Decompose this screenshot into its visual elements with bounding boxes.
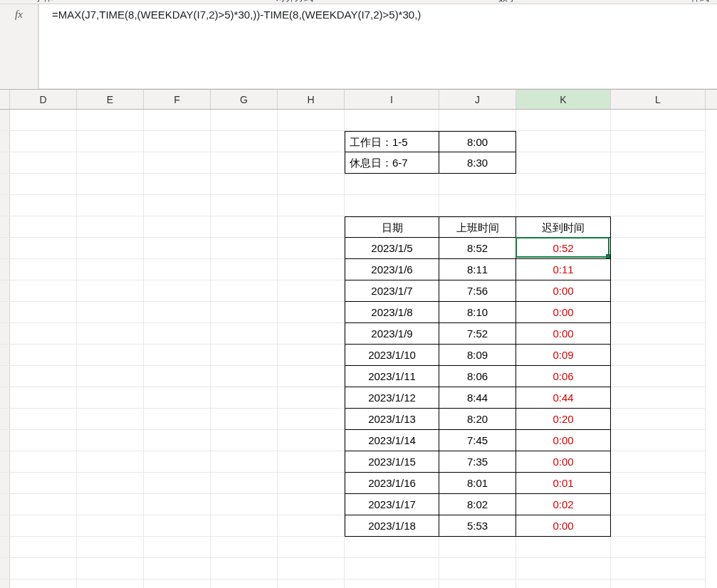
cell-H11[interactable]	[278, 323, 345, 345]
cell-D15[interactable]	[10, 409, 77, 430]
cell-G22[interactable]	[211, 558, 278, 579]
cell-D1[interactable]	[10, 110, 77, 131]
cell-K20[interactable]: 0:00	[516, 515, 611, 537]
cell-D21[interactable]	[10, 537, 77, 558]
cell-J21[interactable]	[439, 537, 516, 558]
cell-E16[interactable]	[77, 430, 144, 451]
cell-E4[interactable]	[77, 174, 144, 195]
cell-E11[interactable]	[77, 323, 144, 345]
cell-D8[interactable]	[10, 259, 77, 280]
cell-J5[interactable]	[439, 195, 516, 216]
cell-H13[interactable]	[278, 366, 345, 387]
cell-K10[interactable]: 0:00	[516, 302, 611, 323]
cell-F6[interactable]	[144, 216, 211, 238]
cell-F1[interactable]	[144, 110, 211, 131]
row-header-4[interactable]	[0, 174, 10, 195]
cell-I7[interactable]: 2023/1/5	[345, 238, 439, 259]
cell-K6[interactable]: 迟到时间	[516, 216, 611, 238]
cell-I21[interactable]	[345, 537, 439, 558]
cell-J12[interactable]: 8:09	[439, 345, 516, 366]
cell-L16[interactable]	[611, 430, 706, 451]
row-header-13[interactable]	[0, 366, 10, 387]
row-header-11[interactable]	[0, 323, 10, 345]
cell-J2[interactable]: 8:00	[439, 131, 516, 152]
cell-H8[interactable]	[278, 259, 345, 280]
fx-icon[interactable]: fx	[0, 4, 38, 89]
cell-K22[interactable]	[516, 558, 611, 579]
row-header-18[interactable]	[0, 473, 10, 494]
cell-K2[interactable]	[516, 131, 611, 152]
cell-G17[interactable]	[211, 451, 278, 473]
cell-H19[interactable]	[278, 494, 345, 515]
cell-F22[interactable]	[144, 558, 211, 579]
cell-K19[interactable]: 0:02	[516, 494, 611, 515]
row-header-20[interactable]	[0, 515, 10, 537]
cell-F11[interactable]	[144, 323, 211, 345]
cell-L22[interactable]	[611, 558, 706, 579]
cell-I5[interactable]	[345, 195, 439, 216]
cell-I18[interactable]: 2023/1/16	[345, 473, 439, 494]
cell-E5[interactable]	[77, 195, 144, 216]
cell-H18[interactable]	[278, 473, 345, 494]
cell-L12[interactable]	[611, 345, 706, 366]
row-header-23[interactable]	[0, 579, 10, 588]
cell-L23[interactable]	[611, 579, 706, 588]
cell-H23[interactable]	[278, 579, 345, 588]
cell-K21[interactable]	[516, 537, 611, 558]
cell-L14[interactable]	[611, 387, 706, 409]
cell-D22[interactable]	[10, 558, 77, 579]
cell-F4[interactable]	[144, 174, 211, 195]
cell-K11[interactable]: 0:00	[516, 323, 611, 345]
cell-L4[interactable]	[611, 174, 706, 195]
cell-D23[interactable]	[10, 579, 77, 588]
cell-D14[interactable]	[10, 387, 77, 409]
cell-J1[interactable]	[439, 110, 516, 131]
cell-H1[interactable]	[278, 110, 345, 131]
cell-G11[interactable]	[211, 323, 278, 345]
cell-F21[interactable]	[144, 537, 211, 558]
cell-K1[interactable]	[516, 110, 611, 131]
cell-L19[interactable]	[611, 494, 706, 515]
cell-H2[interactable]	[278, 131, 345, 152]
row-header-12[interactable]	[0, 345, 10, 366]
formula-input[interactable]: =MAX(J7,TIME(8,(WEEKDAY(I7,2)>5)*30,))-T…	[38, 4, 717, 89]
cell-L6[interactable]	[611, 216, 706, 238]
cell-K14[interactable]: 0:44	[516, 387, 611, 409]
cell-J4[interactable]	[439, 174, 516, 195]
cell-L3[interactable]	[611, 152, 706, 174]
cell-E2[interactable]	[77, 131, 144, 152]
cell-K13[interactable]: 0:06	[516, 366, 611, 387]
cell-J10[interactable]: 8:10	[439, 302, 516, 323]
cell-J16[interactable]: 7:45	[439, 430, 516, 451]
cell-H15[interactable]	[278, 409, 345, 430]
cell-H12[interactable]	[278, 345, 345, 366]
cell-E10[interactable]	[77, 302, 144, 323]
cell-G1[interactable]	[211, 110, 278, 131]
row-header-10[interactable]	[0, 302, 10, 323]
cell-L17[interactable]	[611, 451, 706, 473]
col-header-D[interactable]: D	[10, 90, 77, 109]
cell-L1[interactable]	[611, 110, 706, 131]
cell-J6[interactable]: 上班时间	[439, 216, 516, 238]
cell-H20[interactable]	[278, 515, 345, 537]
cell-D10[interactable]	[10, 302, 77, 323]
cell-E14[interactable]	[77, 387, 144, 409]
cell-J22[interactable]	[439, 558, 516, 579]
row-header-5[interactable]	[0, 195, 10, 216]
cell-J18[interactable]: 8:01	[439, 473, 516, 494]
cell-F23[interactable]	[144, 579, 211, 588]
cell-K9[interactable]: 0:00	[516, 280, 611, 302]
cell-L15[interactable]	[611, 409, 706, 430]
cell-E17[interactable]	[77, 451, 144, 473]
cell-J20[interactable]: 5:53	[439, 515, 516, 537]
cell-I13[interactable]: 2023/1/11	[345, 366, 439, 387]
cell-K5[interactable]	[516, 195, 611, 216]
cell-G19[interactable]	[211, 494, 278, 515]
cell-G8[interactable]	[211, 259, 278, 280]
col-header-F[interactable]: F	[144, 90, 211, 109]
cell-H6[interactable]	[278, 216, 345, 238]
cell-F3[interactable]	[144, 152, 211, 174]
col-header-I[interactable]: I	[345, 90, 439, 109]
cell-I6[interactable]: 日期	[345, 216, 439, 238]
cell-D17[interactable]	[10, 451, 77, 473]
